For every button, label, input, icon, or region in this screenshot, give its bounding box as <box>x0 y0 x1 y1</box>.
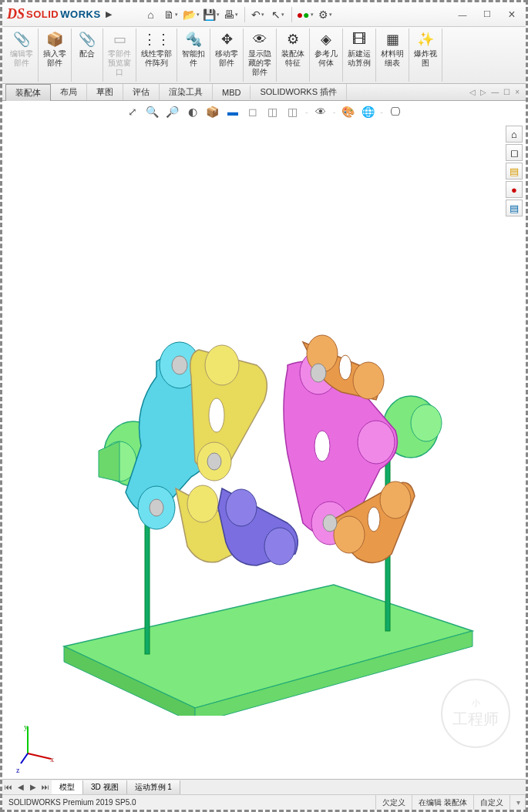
insert-comp-label: 插入零 部件 <box>43 49 66 68</box>
nav-left-icon[interactable]: ◁ <box>469 88 476 96</box>
ribbon-move-comp[interactable]: ✥移动零 部件 <box>212 29 241 69</box>
home-icon[interactable]: ⌂ <box>143 6 160 23</box>
nav-right-icon[interactable]: ▷ <box>480 88 486 96</box>
hide-show-icon[interactable]: ◻ <box>245 104 261 119</box>
taskpane-appearance-icon[interactable]: ● <box>506 181 523 198</box>
svg-point-15 <box>314 431 330 461</box>
appearance-icon[interactable]: 🎨 <box>340 104 355 119</box>
preview-icon: ▭ <box>110 30 129 49</box>
ribbon-new-motion[interactable]: 🎞新建运 动算例 <box>345 29 374 69</box>
taskpane-sheet-icon[interactable]: ▤ <box>506 163 523 180</box>
bom-label: 材料明 细表 <box>381 49 404 68</box>
new-motion-icon: 🎞 <box>350 30 368 49</box>
tab-layout[interactable]: 布局 <box>51 84 87 100</box>
tab-mbd[interactable]: MBD <box>213 86 251 99</box>
doc-close-icon[interactable]: × <box>515 88 520 96</box>
tab-nav-prev-icon[interactable]: ◀ <box>15 783 27 791</box>
tab-render[interactable]: 渲染工具 <box>160 84 213 100</box>
open-icon[interactable]: 📂▾ <box>183 6 200 23</box>
task-pane: ⌂◻▤●▤ <box>506 126 523 216</box>
display-style-icon[interactable]: ▬ <box>225 104 240 119</box>
ribbon-exploded[interactable]: ✨爆炸视 图 <box>411 29 440 69</box>
tab-assembly[interactable]: 装配体 <box>5 84 51 101</box>
btab-model[interactable]: 模型 <box>52 780 83 794</box>
svg-point-13 <box>358 421 395 464</box>
triad-x-label: x <box>50 755 54 763</box>
status-editing: 在编辑 装配体 <box>412 795 474 810</box>
svg-line-31 <box>21 753 28 763</box>
ribbon-mate[interactable]: 📎配合 <box>73 29 101 60</box>
logo-works: WORKS <box>60 8 100 20</box>
ribbon-insert-comp[interactable]: 📦插入零 部件 <box>40 29 69 69</box>
zoom-area-icon[interactable]: 🔍 <box>145 104 160 119</box>
ribbon-ref-geom[interactable]: ◈参考几 何体 <box>311 29 341 69</box>
ribbon-linear-pattern[interactable]: ⋮⋮线性零部 件阵列 <box>138 29 175 69</box>
insert-comp-icon: 📦 <box>45 30 64 49</box>
model-3d-view[interactable] <box>25 215 488 716</box>
exploded-icon: ✨ <box>416 30 435 49</box>
zoom-fit-icon[interactable]: ⤢ <box>125 104 140 119</box>
scene-icon[interactable]: 🌐 <box>360 104 375 119</box>
screen-icon[interactable]: 🖵 <box>388 104 403 119</box>
tab-evaluate[interactable]: 评估 <box>123 84 160 100</box>
ref-geom-icon: ◈ <box>317 30 335 49</box>
triad-y-label: y <box>24 723 28 731</box>
linear-pattern-icon: ⋮⋮ <box>147 30 166 49</box>
edit-part-icon: 📎 <box>12 30 31 49</box>
status-custom: 自定义 <box>474 795 510 810</box>
undo-icon[interactable]: ↶▾ <box>250 6 267 23</box>
taskpane-home-icon[interactable]: ⌂ <box>506 126 523 143</box>
logo-solid: SOLID <box>26 8 59 20</box>
preview-label: 零部件 预览窗 口 <box>108 49 131 77</box>
title-bar: DS SOLIDWORKS ▶ ⌂ 🗎▾ 📂▾ 💾▾ 🖶▾ ↶▾ ↖▾ ●●▾ … <box>2 2 526 27</box>
svg-point-19 <box>334 516 365 553</box>
ribbon-show-hide[interactable]: 👁显示隐 藏的零 部件 <box>245 29 274 79</box>
new-icon[interactable]: 🗎▾ <box>163 6 180 23</box>
svg-point-20 <box>380 481 411 518</box>
isometric-icon[interactable]: ◫ <box>265 104 281 119</box>
minimize-button[interactable]: — <box>453 8 472 22</box>
title-menu-arrow-icon[interactable]: ▶ <box>106 9 112 19</box>
triad-z-label: z <box>16 766 19 774</box>
view-orient-icon[interactable]: 📦 <box>205 104 220 119</box>
tab-nav-last-icon[interactable]: ⏭ <box>39 783 52 791</box>
save-icon[interactable]: 💾▾ <box>203 6 220 23</box>
heads-up-toolbar: ⤢ 🔍 🔎 ◐ 📦 ▬ ◻ ◫ ◫ - 👁 - 🎨 🌐 - 🖵 <box>2 101 526 122</box>
status-arrow-icon[interactable]: ▾ <box>510 795 526 810</box>
taskpane-cube-icon[interactable]: ◻ <box>506 144 523 161</box>
ribbon-assembly-feat[interactable]: ⚙装配体 特征 <box>278 29 308 69</box>
rebuild-icon[interactable]: ●●▾ <box>297 6 314 23</box>
ribbon-preview: ▭零部件 预览窗 口 <box>105 29 134 79</box>
ribbon-smart-fastener[interactable]: 🔩智能扣 件 <box>179 29 208 69</box>
svg-line-30 <box>28 753 51 759</box>
print-icon[interactable]: 🖶▾ <box>223 6 240 23</box>
options-icon[interactable]: ⚙▾ <box>317 6 334 23</box>
tab-nav-next-icon[interactable]: ▶ <box>27 783 39 791</box>
bom-icon: ▦ <box>383 30 402 49</box>
tab-addins[interactable]: SOLIDWORKS 插件 <box>251 84 347 100</box>
zoom-prev-icon[interactable]: 🔎 <box>165 104 180 119</box>
btab-3dview[interactable]: 3D 视图 <box>83 780 127 794</box>
section-icon[interactable]: ◐ <box>185 104 200 119</box>
taskpane-props-icon[interactable]: ▤ <box>506 200 523 216</box>
quick-access-toolbar: ⌂ 🗎▾ 📂▾ 💾▾ 🖶▾ ↶▾ ↖▾ ●●▾ ⚙▾ <box>143 6 334 23</box>
graphics-viewport[interactable]: ⌂◻▤●▤ <box>2 122 526 779</box>
svg-point-8 <box>205 345 239 385</box>
maximize-button[interactable]: ☐ <box>478 8 496 22</box>
select-icon[interactable]: ↖▾ <box>270 6 287 23</box>
tab-nav-first-icon[interactable]: ⏮ <box>2 783 15 791</box>
motion-tabs: ⏮ ◀ ▶ ⏭ 模型3D 视图运动算例 1 <box>2 779 526 794</box>
doc-minimize-icon[interactable]: — <box>491 88 499 96</box>
doc-maximize-icon[interactable]: ☐ <box>503 88 510 96</box>
assembly-feat-icon: ⚙ <box>284 30 302 49</box>
btab-motion1[interactable]: 运动算例 1 <box>127 780 180 794</box>
svg-point-10 <box>209 398 224 432</box>
show-hide-icon: 👁 <box>251 30 269 49</box>
status-bar: SOLIDWORKS Premium 2019 SP5.0 欠定义 在编辑 装配… <box>2 794 526 810</box>
svg-point-27 <box>150 499 163 516</box>
tab-sketch[interactable]: 草图 <box>87 84 123 100</box>
ribbon-bom[interactable]: ▦材料明 细表 <box>378 29 407 69</box>
eye-icon[interactable]: 👁 <box>313 104 328 119</box>
isometric2-icon[interactable]: ◫ <box>285 104 301 119</box>
close-button[interactable]: × <box>503 8 521 22</box>
